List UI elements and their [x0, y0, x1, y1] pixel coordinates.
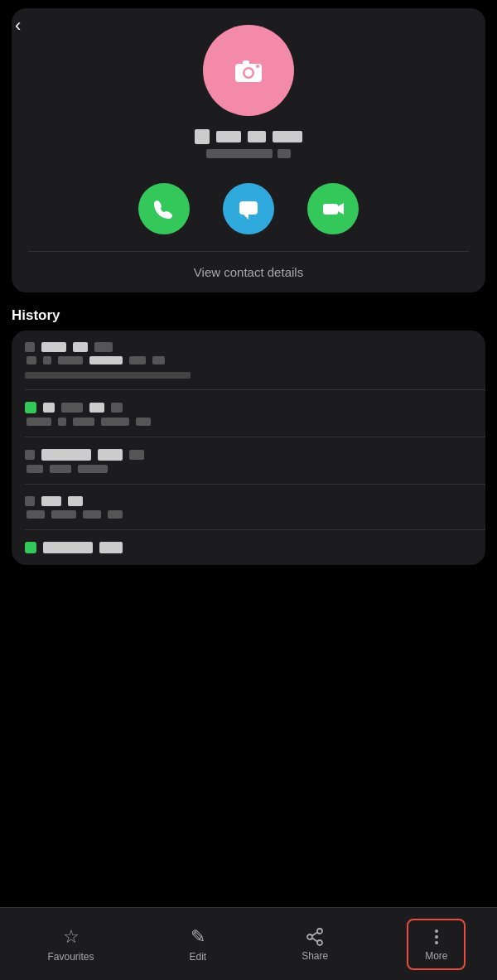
- svg-line-13: [312, 938, 317, 941]
- redacted-block: [41, 342, 66, 352]
- svg-point-4: [256, 65, 259, 68]
- bottom-nav: ☆ Favourites ✎ Edit Share More: [0, 907, 497, 980]
- action-buttons: [138, 183, 359, 234]
- redacted-block: [216, 131, 241, 142]
- history-item[interactable]: [12, 437, 485, 485]
- redacted-block: [73, 342, 88, 352]
- green-status-dot: [25, 542, 36, 553]
- back-button[interactable]: ‹: [15, 15, 21, 36]
- history-list: [12, 331, 485, 565]
- star-icon: ☆: [63, 926, 80, 948]
- redacted-block: [27, 418, 51, 426]
- redacted-block: [136, 418, 151, 426]
- nav-more[interactable]: More: [407, 919, 466, 970]
- redacted-block: [108, 510, 123, 519]
- view-contact-button[interactable]: View contact details: [28, 252, 469, 292]
- message-icon: [237, 197, 260, 220]
- redacted-block: [101, 418, 129, 426]
- redacted-block: [43, 356, 51, 364]
- redacted-block: [248, 131, 266, 142]
- redacted-block: [58, 356, 83, 364]
- contact-name-block: [195, 129, 302, 158]
- nav-more-label: More: [425, 950, 447, 962]
- avatar[interactable]: [203, 25, 294, 116]
- redacted-block: [61, 403, 83, 413]
- redacted-block: [41, 449, 91, 461]
- redacted-block: [195, 129, 210, 144]
- edit-icon: ✎: [191, 926, 205, 948]
- redacted-block: [58, 418, 66, 426]
- svg-point-15: [435, 935, 438, 939]
- history-item[interactable]: [12, 485, 485, 530]
- redacted-block: [25, 372, 191, 379]
- history-item[interactable]: [12, 530, 485, 565]
- redacted-block: [25, 450, 35, 460]
- history-item[interactable]: [12, 390, 485, 437]
- svg-point-9: [317, 929, 322, 934]
- redacted-block: [206, 149, 273, 158]
- svg-point-2: [245, 70, 253, 77]
- redacted-block: [273, 131, 302, 142]
- redacted-block: [27, 356, 36, 364]
- svg-rect-5: [239, 201, 258, 215]
- svg-rect-7: [323, 204, 338, 215]
- redacted-block: [51, 510, 76, 519]
- redacted-block: [73, 418, 94, 426]
- svg-point-10: [307, 934, 312, 939]
- redacted-block: [43, 403, 55, 413]
- redacted-block: [99, 542, 123, 553]
- nav-favourites[interactable]: ☆ Favourites: [31, 920, 110, 969]
- contact-card: View contact details: [12, 8, 485, 292]
- history-item[interactable]: [12, 331, 485, 390]
- redacted-block: [152, 356, 165, 364]
- redacted-block: [83, 510, 101, 519]
- redacted-block: [89, 356, 123, 364]
- redacted-block: [50, 465, 71, 473]
- redacted-block: [27, 510, 45, 519]
- redacted-block: [129, 356, 146, 364]
- svg-marker-8: [338, 203, 344, 215]
- redacted-block: [43, 542, 93, 553]
- redacted-block: [129, 450, 144, 460]
- video-icon: [321, 197, 345, 220]
- redacted-block: [111, 403, 123, 413]
- redacted-block: [68, 496, 83, 506]
- camera-icon: [230, 52, 267, 89]
- redacted-block: [277, 149, 291, 158]
- phone-icon: [152, 197, 176, 220]
- nav-favourites-label: Favourites: [47, 951, 94, 963]
- nav-edit-label: Edit: [189, 951, 206, 963]
- svg-point-14: [435, 929, 438, 933]
- redacted-block: [25, 342, 35, 352]
- more-icon: [427, 927, 446, 947]
- green-status-dot: [25, 402, 36, 413]
- call-button[interactable]: [138, 183, 190, 234]
- message-button[interactable]: [223, 183, 274, 234]
- svg-rect-3: [243, 60, 249, 65]
- redacted-block: [94, 342, 113, 352]
- redacted-block: [89, 403, 104, 413]
- svg-marker-6: [244, 215, 248, 220]
- redacted-block: [25, 496, 35, 506]
- svg-line-12: [312, 932, 317, 935]
- redacted-block: [78, 465, 108, 473]
- redacted-block: [41, 496, 61, 506]
- redacted-block: [27, 465, 43, 473]
- svg-point-16: [435, 941, 438, 944]
- nav-share[interactable]: Share: [285, 920, 345, 968]
- share-icon: [305, 927, 325, 947]
- redacted-block: [98, 449, 123, 461]
- video-button[interactable]: [307, 183, 359, 234]
- nav-edit[interactable]: ✎ Edit: [172, 920, 223, 969]
- nav-share-label: Share: [302, 950, 328, 962]
- history-label: History: [12, 307, 485, 324]
- svg-point-11: [317, 940, 322, 945]
